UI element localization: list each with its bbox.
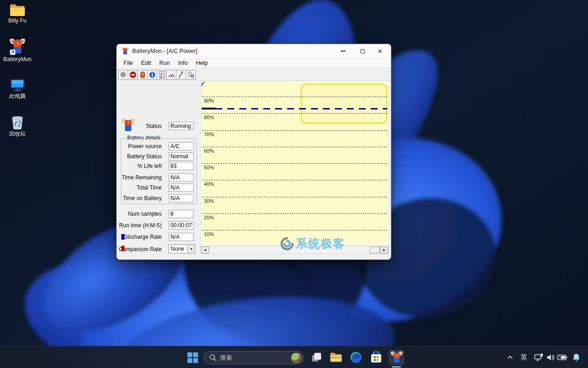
status-row: Status Running: [117, 122, 195, 130]
recycle-bin-icon: [10, 114, 25, 130]
scrollbar-thumb[interactable]: [370, 247, 380, 253]
run-time-value: 00:00:07: [169, 221, 194, 230]
this-pc-icon: [10, 78, 25, 92]
row-battery-status: Battery Status Normal: [117, 152, 195, 161]
gridline-40: 40%: [202, 180, 387, 180]
store-icon[interactable]: [368, 350, 384, 365]
folder-icon: [10, 4, 25, 17]
batterymon-shortcut-icon: [9, 39, 26, 55]
edge-icon[interactable]: [348, 350, 364, 365]
battery-log-icon[interactable]: [137, 70, 147, 80]
row-life-left: % Life left 83: [117, 162, 195, 170]
time-remaining-value: N/A: [169, 173, 194, 182]
capacity-info-box: [300, 83, 388, 124]
desktop-icon-batterymon[interactable]: BatteryMon: [0, 39, 35, 63]
battery-icon[interactable]: [556, 346, 569, 368]
status-label: Status: [146, 123, 162, 129]
file-explorer-icon[interactable]: [328, 350, 344, 365]
status-value: Running: [169, 122, 194, 130]
total-time-value: N/A: [169, 184, 194, 192]
maximize-button[interactable]: [353, 44, 372, 58]
chevron-down-icon[interactable]: ▼: [187, 245, 195, 253]
row-num-samples: Num samples 8: [117, 210, 195, 218]
menu-info[interactable]: Info: [174, 59, 192, 67]
battery-status-value: Normal: [169, 152, 194, 161]
time-on-battery-value: N/A: [169, 194, 194, 202]
menu-edit[interactable]: Edit: [137, 59, 155, 67]
scroll-left-icon[interactable]: ◄: [201, 247, 209, 253]
battery-trend-line: [215, 108, 387, 109]
window-app-icon: [121, 47, 129, 55]
task-view-icon[interactable]: [309, 350, 324, 365]
search-icon: [209, 354, 216, 361]
title-bar[interactable]: BatteryMon - [A/C Power] ✕: [117, 44, 391, 58]
watermark-logo-icon: [280, 237, 294, 251]
stop-icon[interactable]: [128, 70, 138, 80]
desktop: Billy Fu BatteryMon 此电脑: [0, 0, 588, 368]
menu-bar: File Edit Run Info Help: [117, 58, 391, 69]
desktop-icon-label: Billy Fu: [0, 18, 35, 24]
gridline-90: 90%: [202, 97, 387, 97]
row-time-remaining: Time Remaining N/A: [117, 173, 195, 182]
volume-icon[interactable]: [545, 346, 557, 368]
batterymon-taskbar-icon[interactable]: [389, 350, 404, 365]
search-input[interactable]: 搜索: [204, 351, 304, 364]
gauge-icon[interactable]: [166, 70, 176, 80]
window-title: BatteryMon - [A/C Power]: [132, 48, 198, 54]
record-icon[interactable]: [118, 70, 128, 80]
desktop-icon-label: BatteryMon: [0, 57, 35, 63]
life-left-value: 83: [169, 162, 194, 170]
left-panel: Status Running Battery details Power sou…: [117, 80, 201, 259]
start-icon[interactable]: [185, 350, 200, 365]
gridline-30: 30%: [202, 197, 387, 197]
desktop-icon-billy-fu[interactable]: Billy Fu: [0, 4, 35, 24]
scroll-right-icon[interactable]: ►: [380, 247, 388, 253]
desktop-icon-recycle-bin[interactable]: 回收站: [0, 114, 35, 137]
menu-file[interactable]: File: [119, 59, 137, 67]
close-button[interactable]: ✕: [371, 44, 389, 58]
info-icon[interactable]: [147, 70, 157, 80]
row-discharge-rate: Discharge Rate N/A: [117, 233, 195, 241]
discharge-rate-value: N/A: [169, 233, 194, 241]
comparison-rate-dropdown[interactable]: None ▼: [169, 244, 195, 253]
menu-help[interactable]: Help: [192, 59, 212, 67]
row-power-source: Power source A/C: [117, 142, 195, 150]
unplug-icon[interactable]: [176, 70, 186, 80]
minimize-button[interactable]: [334, 44, 352, 58]
gridline-70: 70%: [202, 130, 387, 131]
taskbar: 搜索: [0, 346, 588, 368]
search-daily-image[interactable]: [291, 353, 301, 363]
desktop-icon-label: 回收站: [0, 131, 35, 137]
gridline-50: 50%: [202, 163, 387, 164]
battery-chart: 90% 80% 70% 60% 50% 40% 30% 20% 10% Capa…: [201, 81, 389, 245]
desktop-icon-label: 此电脑: [0, 93, 35, 99]
num-samples-value: 8: [169, 210, 194, 218]
gridline-20: 20%: [202, 213, 387, 214]
gridline-10: 10%: [202, 230, 387, 230]
desktop-icon-this-pc[interactable]: 此电脑: [0, 78, 35, 99]
batterymon-window: BatteryMon - [A/C Power] ✕ File Edit Run…: [116, 44, 391, 260]
menu-run[interactable]: Run: [155, 59, 174, 67]
network-icon[interactable]: [533, 346, 545, 368]
hidden-icons-chevron-icon[interactable]: [504, 346, 515, 368]
row-run-time: Run time (H:M:S) 00:00:07: [117, 221, 195, 230]
active-app-indicator: [392, 366, 401, 368]
row-time-on-battery: Time on Battery N/A: [117, 194, 195, 202]
input-language-indicator[interactable]: 英: [517, 346, 530, 368]
battery-level-line: [202, 108, 215, 109]
battery-config-icon[interactable]: [186, 70, 196, 80]
search-placeholder: 搜索: [220, 354, 291, 362]
toolbar: [117, 69, 391, 80]
gridline-80: 80%: [202, 113, 387, 114]
power-source-value: A/C: [169, 142, 194, 150]
watermark: 系统极客: [280, 236, 345, 251]
notification-bell-icon[interactable]: [570, 346, 582, 368]
gridline-60: 60%: [202, 147, 387, 147]
row-total-time: Total Time N/A: [117, 184, 195, 192]
report-icon[interactable]: [157, 70, 167, 80]
